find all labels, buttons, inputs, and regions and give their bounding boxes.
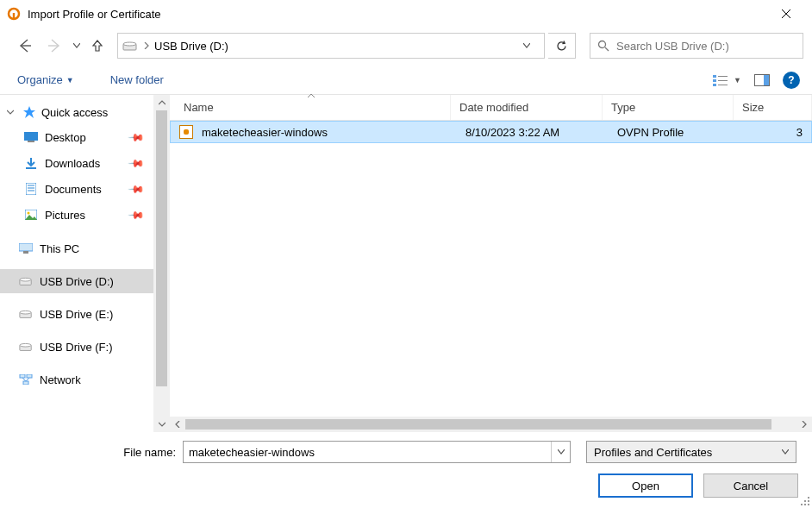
documents-icon [24,182,38,196]
svg-point-35 [20,343,31,347]
column-header-type[interactable]: Type [603,95,734,120]
horizontal-scrollbar[interactable] [170,417,812,432]
file-list[interactable]: maketecheasier-windows 8/10/2023 3:22 AM… [170,121,812,417]
sidebar-item-pictures[interactable]: Pictures 📌 [0,202,153,228]
svg-point-33 [20,310,31,314]
new-folder-label: New folder [110,73,164,86]
sidebar-item-usb-e[interactable]: USB Drive (E:) [0,302,153,326]
nav-back-button[interactable] [12,34,38,58]
file-row[interactable]: maketecheasier-windows 8/10/2023 3:22 AM… [170,121,812,143]
new-folder-button[interactable]: New folder [105,70,169,90]
svg-rect-10 [713,75,716,78]
sidebar-item-desktop[interactable]: Desktop 📌 [0,124,153,150]
scroll-right-button[interactable] [796,417,812,432]
organize-label: Organize [17,73,63,86]
address-bar[interactable]: USB Drive (D:) [117,33,545,59]
downloads-icon [24,156,38,170]
svg-rect-22 [26,183,36,195]
column-header-size[interactable]: Size [734,95,812,120]
collapse-icon [7,109,17,116]
svg-line-39 [22,378,26,381]
nav-forward-button[interactable] [41,34,67,58]
sidebar-item-label: This PC [40,242,79,255]
sidebar-item-label: Desktop [45,131,86,144]
breadcrumb-current[interactable]: USB Drive (D:) [151,40,232,53]
file-name-cell: maketecheasier-windows [202,122,457,142]
search-icon [597,40,609,52]
svg-rect-29 [23,251,28,254]
sidebar-item-documents[interactable]: Documents 📌 [0,176,153,202]
sidebar-item-label: USB Drive (E:) [40,308,113,321]
sidebar-item-label: USB Drive (D:) [40,275,114,288]
svg-marker-18 [23,106,35,118]
pin-icon: 📌 [128,129,146,147]
sidebar-item-this-pc[interactable]: This PC [0,236,153,260]
desktop-icon [24,130,38,144]
file-type-filter-label: Profiles and Certificates [586,441,796,463]
breadcrumb-separator-icon[interactable] [142,42,151,49]
nav-up-button[interactable] [86,34,109,58]
usb-drive-icon [19,274,33,288]
sidebar-item-usb-d[interactable]: USB Drive (D:) [0,269,153,293]
svg-rect-38 [23,381,28,385]
file-list-pane: Name Date modified Type Size maketecheas… [170,95,812,432]
preview-pane-button[interactable] [753,72,771,89]
quick-access-icon [22,105,36,119]
title-bar: Import Profile or Certificate [0,0,812,28]
chevron-down-icon: ▼ [734,76,741,85]
recent-locations-button[interactable] [71,43,83,48]
scrollbar-thumb[interactable] [156,110,167,386]
svg-rect-20 [28,141,34,142]
sidebar-item-label: Network [40,373,81,386]
column-header-date[interactable]: Date modified [451,95,603,120]
navigation-bar: USB Drive (D:) [0,28,812,66]
file-date-cell: 8/10/2023 3:22 AM [457,122,609,142]
sidebar-item-label: Pictures [45,209,85,222]
svg-rect-1 [13,13,15,19]
sidebar-item-usb-f[interactable]: USB Drive (F:) [0,335,153,359]
refresh-button[interactable] [548,33,576,59]
svg-rect-13 [718,80,728,81]
resize-grip[interactable] [798,494,810,506]
scrollbar-thumb[interactable] [185,419,771,430]
address-dropdown-button[interactable] [523,43,544,48]
svg-line-40 [26,378,29,381]
scrollbar-track[interactable] [153,110,170,417]
scroll-up-button[interactable] [153,95,170,110]
filename-combo[interactable] [183,441,571,463]
quick-access-group[interactable]: Quick access [0,100,153,124]
sidebar-item-label: Downloads [45,157,100,170]
close-button[interactable] [767,0,805,28]
sidebar-container: Quick access Desktop 📌 Downloads 📌 Docum… [0,95,170,432]
cancel-button[interactable]: Cancel [703,474,798,498]
usb-drive-icon [19,307,33,321]
svg-rect-19 [24,132,38,141]
scroll-down-button[interactable] [153,417,170,432]
open-button[interactable]: Open [598,474,693,498]
filename-dropdown-button[interactable] [551,442,570,462]
svg-point-7 [123,42,136,46]
sidebar-scrollbar[interactable] [153,95,170,432]
search-input[interactable] [616,40,796,53]
organize-button[interactable]: Organize ▼ [12,70,79,90]
pictures-icon [24,208,38,222]
view-options-button[interactable]: ▼ [713,74,741,86]
chevron-down-icon [778,442,793,462]
column-header-row: Name Date modified Type Size [170,95,812,121]
svg-rect-36 [20,374,25,378]
sidebar-item-network[interactable]: Network [0,367,153,392]
filename-input[interactable] [183,441,571,463]
scroll-left-button[interactable] [170,417,185,432]
file-type-filter[interactable]: Profiles and Certificates [586,441,796,463]
this-pc-icon [19,241,33,255]
sort-indicator-icon [308,94,315,98]
svg-rect-28 [19,243,33,251]
navigation-tree[interactable]: Quick access Desktop 📌 Downloads 📌 Docum… [0,95,153,432]
sidebar-item-downloads[interactable]: Downloads 📌 [0,150,153,176]
search-box[interactable] [590,33,803,59]
scrollbar-track[interactable] [185,417,796,432]
svg-rect-15 [718,85,728,85]
svg-rect-12 [713,79,716,82]
column-header-name[interactable]: Name [170,95,451,120]
help-button[interactable]: ? [783,72,800,89]
